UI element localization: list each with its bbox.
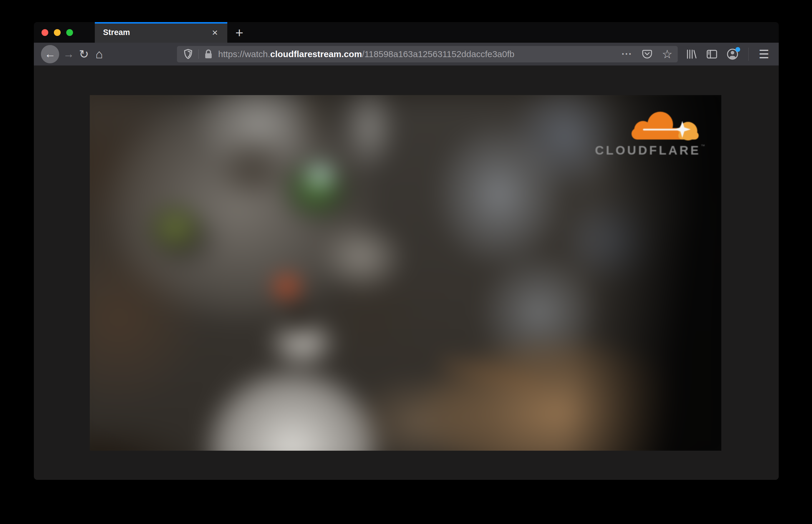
page-actions-icon[interactable]: ••• — [622, 51, 632, 58]
url-domain: cloudflarestream.com — [270, 49, 362, 59]
home-button[interactable]: ⌂ — [92, 47, 107, 62]
browser-window: Stream × + ← → ↻ ⌂ htt — [34, 22, 779, 480]
account-icon[interactable] — [724, 47, 741, 62]
cloudflare-wordmark: CLOUDFLARE™ — [595, 143, 705, 158]
video-player[interactable]: CLOUDFLARE™ — [90, 95, 721, 451]
url-path: /118598a163a125631152ddaccfe3a0fb — [362, 49, 515, 59]
tracking-protection-shield-icon[interactable] — [182, 47, 194, 62]
url-bar[interactable]: https://watch.cloudflarestream.com/11859… — [177, 46, 678, 62]
url-text[interactable]: https://watch.cloudflarestream.com/11859… — [218, 49, 616, 59]
tab-title: Stream — [103, 28, 209, 37]
menu-icon[interactable]: ☰ — [756, 47, 772, 61]
window-controls — [42, 22, 73, 43]
sidebar-icon[interactable] — [704, 47, 720, 62]
zoom-window-button[interactable] — [66, 29, 73, 36]
desktop-background: { "colors": { "accent_blue": "#0a84ff", … — [0, 0, 812, 524]
navigation-toolbar: ← → ↻ ⌂ https://watch.cloudflarestream.c… — [34, 43, 779, 66]
close-window-button[interactable] — [42, 29, 48, 36]
minimize-window-button[interactable] — [54, 29, 61, 36]
urlbar-actions: ••• ☆ — [622, 47, 672, 62]
tab-bar: Stream × + — [34, 22, 779, 43]
account-notification-dot — [735, 47, 740, 52]
url-scheme: https://watch. — [218, 49, 270, 59]
cloudflare-cloud-icon — [617, 110, 706, 143]
urlbar-separator — [198, 49, 199, 59]
new-tab-button[interactable]: + — [232, 25, 247, 40]
pocket-icon[interactable] — [641, 47, 654, 62]
reload-button[interactable]: ↻ — [76, 47, 92, 62]
toolbar-separator — [748, 48, 749, 61]
lock-icon[interactable] — [203, 47, 214, 62]
page-content: CLOUDFLARE™ — [34, 66, 779, 480]
bookmark-star-icon[interactable]: ☆ — [662, 48, 672, 60]
tab-close-icon[interactable]: × — [209, 26, 222, 39]
forward-button[interactable]: → — [61, 47, 76, 62]
toolbar-icons: ☰ — [683, 47, 772, 62]
tab-stream[interactable]: Stream × — [95, 22, 227, 43]
library-icon[interactable] — [683, 47, 700, 62]
cloudflare-watermark: CLOUDFLARE™ — [593, 110, 705, 158]
back-button[interactable]: ← — [41, 45, 59, 63]
